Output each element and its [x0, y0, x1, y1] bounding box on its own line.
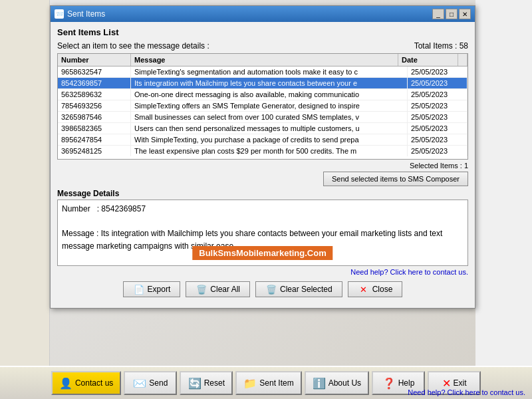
left-panel: [0, 0, 50, 366]
about-us-button[interactable]: ℹ️ About Us: [305, 371, 369, 395]
number-label: Number :: [62, 204, 101, 213]
cell-number: 9658632547: [58, 66, 131, 77]
help-label: Help: [398, 378, 415, 388]
table-row[interactable]: 3265987546Small businesses can select fr…: [58, 112, 467, 123]
total-items: Total Items : 58: [414, 41, 468, 51]
title-bar: 📨 Sent Items _ □ ✕: [51, 6, 475, 22]
cell-date: 25/05/2023: [408, 100, 467, 111]
dialog-title: Sent Items: [67, 9, 105, 19]
help-link-dialog[interactable]: Need help? Click here to contact us.: [57, 268, 468, 276]
export-button[interactable]: 📄 Export: [123, 281, 181, 297]
about-us-label: About Us: [329, 378, 361, 388]
cell-number: 3265987546: [58, 112, 131, 122]
col-number: Number: [58, 54, 131, 66]
title-bar-left: 📨 Sent Items: [55, 9, 105, 19]
app-background: 📨 Sent Items _ □ ✕ Sent Items List Selec…: [0, 0, 532, 399]
reset-button[interactable]: 🔄 Reset: [180, 371, 233, 395]
clear-selected-icon: 🗑️: [265, 285, 277, 294]
dialog-buttons: 📄 Export 🗑️ Clear All 🗑️ Clear Selected …: [57, 277, 468, 303]
subtitle-bar: Select an item to see the message detail…: [57, 41, 468, 51]
maximize-button[interactable]: □: [446, 9, 458, 19]
cell-number: 8542369857: [58, 78, 131, 88]
col-message: Message: [131, 54, 398, 66]
right-panel: [475, 0, 532, 366]
cell-number: 8956247854: [58, 134, 131, 145]
number-value: 8542369857: [101, 204, 146, 213]
exit-label: Exit: [454, 378, 467, 388]
export-icon: 📄: [133, 285, 145, 294]
table-row[interactable]: 3986582365Users can then send personaliz…: [58, 123, 467, 134]
title-controls: _ □ ✕: [432, 9, 471, 19]
cell-date: 25/05/2023: [408, 78, 467, 88]
cell-message: Small businesses can select from over 10…: [131, 112, 408, 122]
table-row[interactable]: 8956247854With SimpleTexting, you purcha…: [58, 134, 467, 146]
cell-number: 3695248125: [58, 146, 131, 156]
clear-all-label: Clear All: [210, 285, 240, 294]
taskbar: 👤 Contact us ✉️ Send 🔄 Reset 📁 Sent Item…: [0, 366, 532, 399]
sent-item-label: Sent Item: [259, 378, 293, 388]
help-icon: ❓: [382, 377, 396, 390]
cell-date: 25/05/2023: [408, 146, 467, 156]
send-button[interactable]: ✉️ Send: [124, 371, 177, 395]
cell-number: 3986582365: [58, 123, 131, 134]
clear-selected-button[interactable]: 🗑️ Clear Selected: [255, 281, 342, 297]
cell-message: SimpleTexting offers an SMS Template Gen…: [131, 100, 408, 111]
taskbar-help-link[interactable]: Need help? Click here to contact us.: [408, 388, 525, 396]
cell-message: Users can then send personalized message…: [131, 123, 408, 134]
cell-message: One-on-one direct messaging is also avai…: [131, 89, 408, 100]
table-row[interactable]: 8542369857Its integration with Mailchimp…: [58, 78, 467, 89]
send-label: Send: [149, 378, 168, 388]
cell-message: Its integration with Mailchimp lets you …: [131, 78, 408, 88]
table-body[interactable]: 9658632547SimpleTexting's segmentation a…: [58, 66, 467, 156]
contact-us-button[interactable]: 👤 Contact us: [51, 371, 121, 395]
exit-icon: ✕: [442, 377, 451, 390]
selected-items-count: Selected Items : 1: [57, 162, 468, 170]
about-icon: ℹ️: [313, 377, 326, 390]
message-details-title: Message Details: [57, 189, 468, 198]
cell-number: 7854693256: [58, 100, 131, 111]
contact-icon: 👤: [59, 377, 72, 390]
table-row[interactable]: 7854693256SimpleTexting offers an SMS Te…: [58, 100, 467, 112]
cell-date: 25/05/2023: [408, 89, 467, 100]
clear-selected-label: Clear Selected: [280, 285, 332, 294]
sent-items-dialog: 📨 Sent Items _ □ ✕ Sent Items List Selec…: [50, 5, 475, 309]
clear-all-button[interactable]: 🗑️ Clear All: [186, 281, 250, 297]
col-scroll: [458, 54, 467, 66]
col-date: Date: [398, 54, 458, 66]
watermark: BulkSmsMobilemarketing.Com: [192, 246, 332, 260]
dialog-content: Sent Items List Select an item to see th…: [51, 22, 475, 308]
close-icon: ✕: [358, 285, 370, 294]
dialog-icon: 📨: [55, 9, 64, 19]
close-label: Close: [372, 285, 393, 294]
export-label: Export: [148, 285, 171, 294]
cell-message: The least expensive plan costs $29 per m…: [131, 146, 408, 156]
cell-message: SimpleTexting's segmentation and automat…: [131, 66, 408, 77]
table-row[interactable]: 3695248125The least expensive plan costs…: [58, 146, 467, 156]
minimize-button[interactable]: _: [432, 9, 444, 19]
message-label: Message :: [62, 229, 101, 238]
message-details-box: Number : 8542369857 Message : Its integr…: [57, 200, 468, 266]
section-title: Sent Items List: [57, 27, 468, 37]
items-table: Number Message Date 9658632547SimpleText…: [57, 53, 468, 160]
sent-item-button[interactable]: 📁 Sent Item: [235, 371, 301, 395]
reset-icon: 🔄: [188, 377, 201, 390]
send-icon: ✉️: [133, 377, 146, 390]
cell-date: 25/05/2023: [408, 112, 467, 122]
contact-us-label: Contact us: [75, 378, 113, 388]
cell-date: 25/05/2023: [408, 123, 467, 134]
sent-item-icon: 📁: [243, 377, 257, 390]
send-selected-button[interactable]: Send selected items to SMS Composer: [323, 172, 468, 186]
table-row[interactable]: 9658632547SimpleTexting's segmentation a…: [58, 66, 467, 78]
cell-date: 25/05/2023: [408, 66, 467, 77]
clear-all-icon: 🗑️: [196, 285, 207, 294]
close-button[interactable]: ✕ Close: [348, 281, 403, 297]
table-header: Number Message Date: [58, 54, 467, 66]
subtitle-left: Select an item to see the message detail…: [57, 41, 209, 51]
cell-date: 25/05/2023: [408, 134, 467, 145]
cell-number: 5632589632: [58, 89, 131, 100]
table-row[interactable]: 5632589632One-on-one direct messaging is…: [58, 89, 467, 100]
dialog-close-button[interactable]: ✕: [459, 9, 471, 19]
cell-message: With SimpleTexting, you purchase a packa…: [131, 134, 408, 145]
reset-label: Reset: [204, 378, 225, 388]
